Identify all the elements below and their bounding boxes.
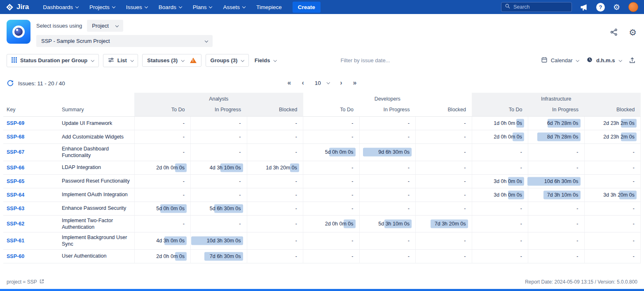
pagination-row: Issues: 11 - 20 / 40 « ‹ 10 › » <box>0 75 644 91</box>
create-button[interactable]: Create <box>293 2 321 13</box>
report-type-select[interactable]: Status Duration per Group <box>7 54 99 67</box>
issue-row: SSP-63Enhance Password Security5d 0h 0m … <box>3 202 641 215</box>
issue-key-link[interactable]: SSP-62 <box>7 221 24 227</box>
app-header: Select issues using Project SSP - Sample… <box>0 14 644 51</box>
external-link-icon[interactable] <box>40 279 44 285</box>
groups-filter-button[interactable]: Groups (3) <box>206 54 249 67</box>
statuses-filter-label: Statuses (3) <box>147 57 178 63</box>
settings-gear-icon[interactable]: ⚙ <box>613 3 620 11</box>
header-spacer <box>3 93 134 104</box>
nav-menu-assets[interactable]: Assets <box>223 4 245 10</box>
duration-cell: 3d 0h 0m 0s <box>472 188 528 202</box>
fields-select[interactable]: Fields <box>253 54 278 66</box>
clock-icon <box>586 56 593 64</box>
duration-cell: 3d 0h 0m 0s <box>472 174 528 188</box>
duration-cell: - <box>247 249 303 263</box>
duration-cell: - <box>359 161 416 174</box>
duration-cell: - <box>134 144 191 161</box>
duration-format-select[interactable]: d.h.m.s <box>585 54 623 67</box>
group-header-analysts: Analysts <box>134 93 303 104</box>
duration-cell: - <box>416 161 472 174</box>
nav-menu-timepiece[interactable]: Timepiece <box>256 4 282 10</box>
duration-cell: 2d 0h 0m 0s <box>303 215 360 232</box>
nav-menu-dashboards[interactable]: Dashboards <box>43 4 78 10</box>
chevron-down-icon <box>75 5 79 8</box>
nav-menus: DashboardsProjectsIssuesBoardsPlansAsset… <box>43 4 281 10</box>
duration-cell: - <box>472 144 528 161</box>
nav-menu-projects[interactable]: Projects <box>89 4 115 10</box>
chevron-down-icon <box>112 5 115 8</box>
jira-logo[interactable]: Jira <box>6 3 29 11</box>
filter-by-date-input[interactable]: Filter by issue date... <box>341 57 390 63</box>
groups-filter-label: Groups (3) <box>211 57 238 63</box>
calendar-select[interactable]: Calendar <box>539 54 581 67</box>
refresh-icon[interactable] <box>7 80 14 87</box>
nav-menu-boards[interactable]: Boards <box>159 4 182 10</box>
search-input[interactable] <box>513 4 568 10</box>
last-page-button[interactable]: » <box>353 80 357 86</box>
issue-key-link[interactable]: SSP-61 <box>7 238 24 244</box>
duration-cell: 9d 6h 30m 0s <box>359 144 416 161</box>
prev-page-button[interactable]: ‹ <box>302 80 304 86</box>
chevron-down-icon <box>91 59 94 62</box>
status-column-header: In Progress <box>359 104 416 117</box>
issue-key-link[interactable]: SSP-68 <box>7 134 24 140</box>
duration-cell: 2d 0h 0m 0s <box>134 249 191 263</box>
search-box[interactable] <box>501 2 572 12</box>
duration-cell: - <box>303 202 360 215</box>
issue-summary: Enhance Dashboard Functionality <box>59 144 134 161</box>
announcements-icon[interactable] <box>580 4 588 11</box>
issue-summary: User Authentication <box>59 249 134 263</box>
duration-cell: - <box>528 232 585 250</box>
issue-key-link[interactable]: SSP-64 <box>7 192 24 198</box>
duration-cell: - <box>191 144 247 161</box>
next-page-button[interactable]: › <box>340 80 342 86</box>
duration-cell: - <box>303 117 360 130</box>
chevron-down-icon <box>131 59 134 62</box>
top-navbar: Jira DashboardsProjectsIssuesBoardsPlans… <box>0 0 644 14</box>
duration-cell: 2d 23h 2m 0s <box>584 117 641 130</box>
issue-summary: Password Reset Functionality <box>59 174 134 188</box>
search-icon <box>505 3 511 11</box>
duration-cell: 4d 3h 10m 0s <box>191 161 247 174</box>
issue-key-link[interactable]: SSP-69 <box>7 120 24 126</box>
nav-menu-issues[interactable]: Issues <box>126 4 148 10</box>
share-icon[interactable] <box>610 28 618 36</box>
project-select[interactable]: SSP - Sample Scrum Project <box>36 35 213 47</box>
issue-summary: Update UI Framework <box>59 117 134 130</box>
issue-row: SSP-61Implement Background User Sync4d 3… <box>3 232 641 250</box>
duration-cell: 5d 0h 0m 0s <box>134 202 191 215</box>
duration-format-label: d.h.m.s <box>596 57 615 63</box>
export-button[interactable] <box>627 55 637 66</box>
duration-cell: - <box>416 130 472 144</box>
duration-cell: 7d 3h 20m 0s <box>416 215 472 232</box>
page-size-select[interactable]: 10 <box>315 80 330 86</box>
chevron-down-icon <box>178 5 182 8</box>
duration-cell: - <box>359 232 416 250</box>
first-page-button[interactable]: « <box>288 80 291 86</box>
duration-cell: - <box>191 188 247 202</box>
report-settings-gear-icon[interactable]: ⚙ <box>629 28 637 37</box>
status-column-header: In Progress <box>528 104 585 117</box>
issue-source-select[interactable]: Project <box>87 20 123 32</box>
view-select[interactable]: List <box>103 54 138 67</box>
issue-key-link[interactable]: SSP-63 <box>7 206 24 211</box>
duration-cell: - <box>303 249 360 263</box>
duration-cell: 2d 0h 0m 0s <box>134 161 191 174</box>
help-icon[interactable]: ? <box>596 3 605 12</box>
issue-key-link[interactable]: SSP-67 <box>7 149 24 155</box>
nav-menu-plans[interactable]: Plans <box>193 4 212 10</box>
duration-cell: - <box>191 174 247 188</box>
duration-cell: - <box>191 117 247 130</box>
duration-cell: - <box>303 161 360 174</box>
issue-key-link[interactable]: SSP-60 <box>7 253 24 259</box>
report-footer: project = SSP Report Date: 2024-05-09 13… <box>0 275 644 289</box>
warning-icon <box>190 58 197 63</box>
issue-key-link[interactable]: SSP-66 <box>7 165 24 171</box>
statuses-filter-button[interactable]: Statuses (3) <box>142 54 201 67</box>
grid-icon <box>12 57 17 64</box>
issue-key-link[interactable]: SSP-65 <box>7 178 24 184</box>
user-avatar[interactable] <box>628 2 638 12</box>
duration-cell: - <box>247 117 303 130</box>
chevron-down-icon <box>181 59 185 62</box>
